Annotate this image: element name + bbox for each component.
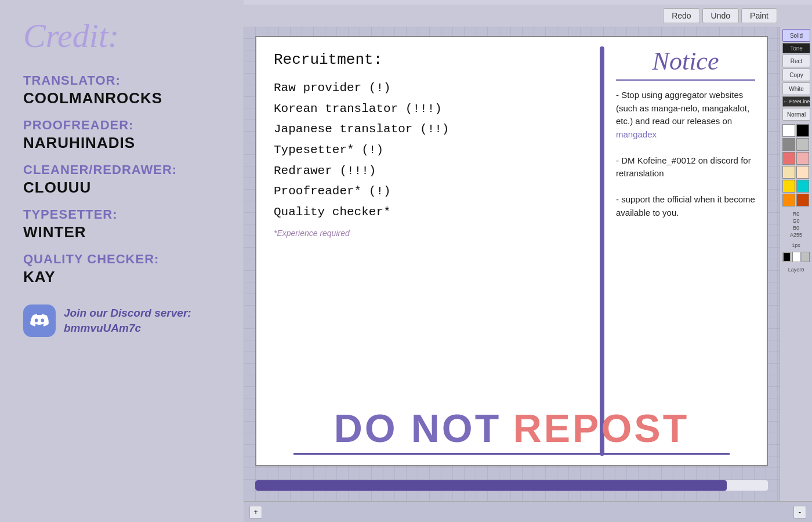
banner-underline (293, 453, 729, 455)
mini-color-white[interactable] (792, 252, 800, 262)
color-white[interactable] (782, 124, 795, 137)
recruitment-item-6: Quality checker* (274, 202, 588, 223)
recruitment-item-5: Proofreader* (!) (274, 181, 588, 202)
r-label: R0 (782, 211, 810, 217)
color-orange[interactable] (782, 194, 795, 206)
canvas-container: Recruitment: Raw provider (!) Korean tra… (244, 27, 812, 501)
recruitment-item-4: Redrawer (!!!) (274, 161, 588, 182)
experience-note: *Experience required (274, 229, 588, 238)
recruitment-title: Recruitment: (274, 51, 588, 68)
a-label: A255 (782, 232, 810, 238)
color-grid (782, 124, 810, 206)
right-sidebar: Solid Tone Rect Copy White ←FreeLine Nor… (780, 27, 812, 501)
color-teal[interactable] (796, 180, 809, 193)
recruitment-item-1: Korean translator (!!!) (274, 99, 588, 119)
freeline-tool[interactable]: ←FreeLine (782, 96, 810, 107)
cleaner-role: Cleaner/Redrawer: Clouuu (23, 154, 226, 199)
redo-button[interactable]: Redo (663, 8, 699, 23)
typesetter-name: Winter (23, 223, 226, 241)
cleaner-name: Clouuu (23, 179, 226, 197)
color-cream[interactable] (782, 166, 795, 179)
notice-body: - Stop using aggregator websites (such a… (616, 89, 755, 219)
color-yellow[interactable] (782, 180, 795, 193)
mini-color-gray[interactable] (802, 252, 810, 262)
undo-button[interactable]: Undo (702, 8, 739, 23)
canvas-bottom-bar: + - (244, 501, 812, 522)
mini-color-row (782, 252, 810, 262)
px-label: 1px (782, 242, 810, 248)
main-area: Redo Undo Paint Recruitment: Raw provide… (244, 0, 812, 522)
do-not-repost-banner: DO NOT REPOST (255, 405, 768, 455)
cleaner-label: Cleaner/Redrawer: (23, 162, 226, 177)
white-tool[interactable]: White (782, 82, 810, 95)
translator-role: Translator: CoolManRocks (23, 65, 226, 110)
color-black[interactable] (796, 124, 809, 137)
vertical-divider (600, 46, 604, 456)
typesetter-role: Typesetter: Winter (23, 199, 226, 244)
credit-title: Credit: (23, 17, 226, 55)
translator-label: Translator: (23, 73, 226, 88)
proofreader-label: Proofreader: (23, 118, 226, 133)
color-silver[interactable] (796, 138, 809, 151)
banner-text: DO NOT REPOST (255, 405, 768, 451)
canvas-minus-button[interactable]: - (793, 506, 806, 519)
do-not-text: DO NOT (334, 406, 501, 450)
b-label: B0 (782, 225, 810, 231)
recruitment-item-3: Typesetter* (!) (274, 140, 588, 161)
left-panel: Credit: Translator: CoolManRocks Proofre… (0, 0, 244, 522)
quality-checker-role: Quality Checker: Kay (23, 244, 226, 288)
recruitment-item-0: Raw provider (!) (274, 78, 588, 99)
solid-tool[interactable]: Solid (782, 29, 810, 42)
notice-title: Notice (616, 46, 755, 81)
qc-name: Kay (23, 268, 226, 286)
notice-mangadex-link[interactable]: mangadex (616, 129, 657, 139)
content-panel: Recruitment: Raw provider (!) Korean tra… (255, 36, 768, 466)
discord-text: Join our Discord server: bmmvuUAm7c (64, 306, 191, 335)
color-dark-orange[interactable] (796, 194, 809, 206)
translator-name: CoolManRocks (23, 89, 226, 107)
typesetter-label: Typesetter: (23, 207, 226, 222)
paint-button[interactable]: Paint (741, 8, 777, 23)
color-peach[interactable] (796, 166, 809, 179)
mini-color-black[interactable] (782, 252, 791, 262)
color-red-light[interactable] (782, 152, 795, 165)
drawing-canvas[interactable]: Recruitment: Raw provider (!) Korean tra… (244, 27, 780, 501)
proofreader-name: NaruHinaDis (23, 134, 226, 152)
recruitment-section: Recruitment: Raw provider (!) Korean tra… (256, 37, 600, 465)
discord-section: Join our Discord server: bmmvuUAm7c (23, 304, 226, 337)
normal-tool[interactable]: Normal (782, 108, 810, 121)
discord-icon[interactable] (23, 304, 56, 337)
rect-tool[interactable]: Rect (782, 55, 810, 67)
progress-bar-container (255, 480, 768, 491)
recruitment-item-2: Japanese translator (!!) (274, 119, 588, 140)
tone-tool[interactable]: Tone (782, 43, 810, 53)
proofreader-role: Proofreader: NaruHinaDis (23, 110, 226, 154)
g-label: G0 (782, 218, 810, 224)
color-pink-light[interactable] (796, 152, 809, 165)
toolbar: Redo Undo Paint (244, 5, 812, 27)
qc-label: Quality Checker: (23, 252, 226, 267)
copy-tool[interactable]: Copy (782, 68, 810, 81)
notice-section: Notice - Stop using aggregator websites … (604, 37, 767, 465)
layer-label: Layer0 (782, 267, 810, 273)
color-gray[interactable] (782, 138, 795, 151)
repost-text: REPOST (513, 406, 690, 450)
progress-bar (255, 480, 727, 491)
canvas-plus-button[interactable]: + (249, 506, 262, 519)
